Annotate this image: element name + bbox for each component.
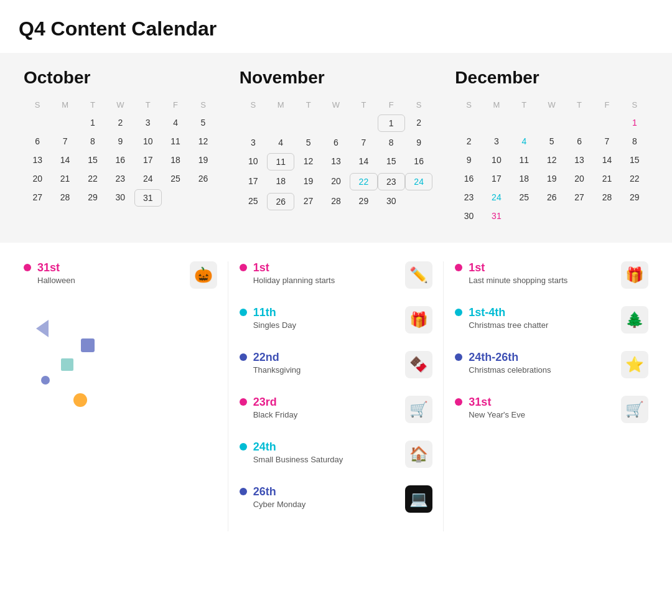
- event-text: 1st Holiday planning starts: [253, 261, 406, 285]
- event-text: 11th Singles Day: [253, 306, 406, 330]
- event-name: Cyber Monday: [253, 500, 406, 509]
- event-dot: [24, 264, 31, 271]
- day-header-t: T: [510, 98, 538, 112]
- event-name: Singles Day: [253, 320, 406, 330]
- event-name: Last minute shopping starts: [469, 276, 621, 285]
- event-item: 1st Holiday planning starts ✏️: [240, 261, 433, 289]
- cal-day: 12: [294, 153, 322, 170]
- cal-day: 27: [566, 189, 593, 205]
- event-text: 22nd Thanksgiving: [253, 351, 406, 375]
- cal-day: 26: [189, 170, 217, 187]
- cal-day: 13: [24, 152, 51, 168]
- cal-day: 6: [322, 134, 350, 151]
- event-date: 24th-26th: [469, 351, 621, 364]
- event-dot: [240, 443, 247, 450]
- cal-day-nov-23: 23: [378, 173, 405, 190]
- event-dot: [455, 398, 462, 406]
- event-text: 31st New Year's Eve: [469, 396, 621, 419]
- day-header-s: S: [455, 98, 482, 112]
- day-header-t: T: [79, 98, 106, 112]
- cal-day: 21: [51, 170, 78, 187]
- event-item: 23rd Black Friday 🛒: [240, 396, 433, 423]
- november-days: 1 2 3 4 5 6 7 8 9 10 11 12 13 14 15 16 1…: [240, 114, 433, 210]
- cal-day: [350, 114, 377, 132]
- cal-day: 24: [134, 170, 162, 187]
- cal-day: 17: [134, 152, 162, 168]
- cal-day: 1: [79, 114, 106, 131]
- day-header-w: W: [538, 98, 565, 112]
- cal-day: 28: [593, 189, 620, 205]
- cal-day: 19: [538, 170, 565, 187]
- cal-day: 15: [621, 152, 648, 168]
- day-header-w: W: [322, 98, 350, 112]
- day-header-s2: S: [189, 98, 217, 112]
- cal-day: 28: [322, 193, 350, 210]
- event-dot: [240, 309, 247, 316]
- cal-day: 13: [566, 152, 593, 168]
- circle-orange-shape: [73, 393, 87, 407]
- event-icon: 🎁: [405, 306, 432, 334]
- cal-day: 9: [455, 152, 482, 168]
- event-icon: 🎁: [621, 261, 648, 289]
- cal-day: 28: [51, 189, 78, 207]
- cal-day: 8: [378, 134, 405, 151]
- event-item: 24th Small Business Saturday 🏠: [240, 441, 433, 468]
- cal-day: [322, 114, 350, 132]
- event-date: 26th: [253, 485, 406, 498]
- cal-day: 2: [405, 114, 432, 132]
- event-item: 26th Cyber Monday 💻: [240, 485, 433, 513]
- cal-day: 7: [593, 133, 620, 149]
- cal-day: 16: [106, 152, 134, 168]
- cal-day: 22: [621, 170, 648, 187]
- december-grid: S M T W T F S 1 2 3 4 5: [455, 98, 648, 224]
- cal-day: 11: [510, 152, 538, 168]
- cal-day-nov-22: 22: [350, 173, 377, 190]
- event-text: 24th-26th Christmas celebrations: [469, 351, 621, 375]
- event-text: 1st Last minute shopping starts: [469, 261, 621, 285]
- event-date: 23rd: [253, 396, 406, 409]
- cal-day: 5: [189, 114, 217, 131]
- cal-day: [24, 114, 51, 131]
- cal-day: 6: [566, 133, 593, 149]
- cal-day: 23: [106, 170, 134, 187]
- cal-day: 20: [566, 170, 593, 187]
- cal-day: 18: [267, 173, 294, 190]
- day-header-f: F: [593, 98, 620, 112]
- event-text: 31st Halloween: [37, 261, 190, 285]
- event-dot: [240, 353, 247, 361]
- cal-day: 17: [240, 173, 267, 190]
- cal-day: 23: [455, 189, 482, 205]
- event-icon: 🍫: [405, 351, 432, 378]
- event-dot: [455, 353, 462, 361]
- event-name: Halloween: [37, 276, 190, 285]
- calendar-section: October S M T W T F S 1 2 3 4 5 6: [0, 53, 672, 243]
- cal-day: 11: [162, 133, 189, 149]
- cal-day-nov-11: 11: [267, 153, 294, 170]
- cal-day: 19: [189, 152, 217, 168]
- october-days: 1 2 3 4 5 6 7 8 9 10 11 12 13 14 15 16 1…: [24, 114, 217, 207]
- event-icon: ✏️: [405, 261, 432, 289]
- event-icon: 💻: [405, 485, 432, 513]
- event-icon: 🛒: [621, 396, 648, 423]
- day-header-t: T: [294, 98, 322, 112]
- cal-day: [566, 114, 593, 131]
- cal-day: [510, 114, 538, 131]
- event-icon: 🏠: [405, 441, 432, 468]
- october-events: 31st Halloween 🎃: [12, 261, 228, 531]
- cal-day: 20: [24, 170, 51, 187]
- day-header-m: M: [267, 98, 294, 112]
- event-name: Christmas tree chatter: [469, 320, 621, 330]
- cal-day: 4: [162, 114, 189, 131]
- cal-day: [593, 114, 620, 131]
- cal-day-dec-24: 24: [483, 189, 510, 205]
- day-header-m: M: [483, 98, 510, 112]
- event-item: 31st New Year's Eve 🛒: [455, 396, 648, 423]
- cal-day: 9: [106, 133, 134, 149]
- cal-day: 29: [79, 189, 106, 207]
- cal-day-nov-26: 26: [267, 193, 294, 210]
- cal-day: 3: [240, 134, 267, 151]
- cal-day: 8: [621, 133, 648, 149]
- cal-day: 12: [189, 133, 217, 149]
- event-date: 1st: [469, 261, 621, 274]
- cal-day: [51, 114, 78, 131]
